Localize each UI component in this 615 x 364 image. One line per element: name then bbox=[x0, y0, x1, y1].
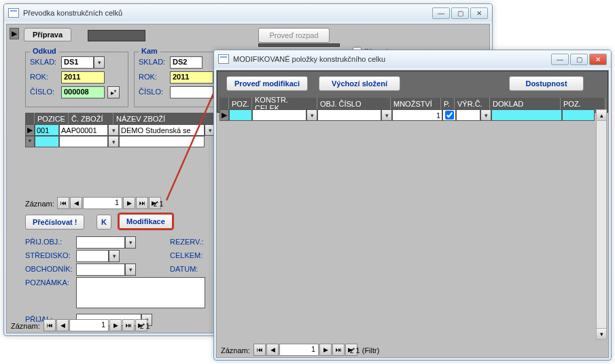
win2-minimize-button[interactable]: — bbox=[551, 54, 569, 65]
nav2-first[interactable]: ⏮ bbox=[43, 319, 56, 331]
odkud-sklad-input[interactable]: DS1 bbox=[61, 56, 94, 69]
table-header: POZICE Č. ZBOŽÍ NÁZEV ZBOŽÍ bbox=[25, 113, 215, 124]
win2-nav-first[interactable]: ⏮ bbox=[253, 344, 266, 356]
win2-cell-mnoz[interactable]: 1 bbox=[392, 109, 442, 121]
k-button[interactable]: K bbox=[96, 215, 111, 230]
nav-last[interactable]: ⏭ bbox=[136, 197, 148, 209]
nav-position[interactable]: 1 bbox=[83, 197, 122, 209]
obchodnik-label: OBCHODNÍK: bbox=[25, 265, 73, 273]
titlebar-2[interactable]: MODIFIKOVANÉ položky konstrukčního celku… bbox=[214, 50, 611, 68]
proved-rozpad-button[interactable]: Proveď rozpad bbox=[258, 28, 330, 43]
close-button[interactable]: ✕ bbox=[470, 7, 488, 19]
nav1-label: Záznam: bbox=[25, 200, 54, 208]
tab-priprava[interactable]: Příprava bbox=[24, 28, 71, 41]
cell-czbozi-dropdown[interactable] bbox=[108, 124, 119, 136]
cell-czbozi-new-dropdown[interactable] bbox=[108, 136, 119, 147]
col-p: P. bbox=[441, 98, 455, 109]
prijobj-input[interactable] bbox=[76, 236, 125, 249]
group-kam-title: Kam bbox=[139, 47, 160, 55]
vertical-scrollbar[interactable]: ▴ ▾ bbox=[596, 109, 607, 340]
odkud-lookup-button[interactable]: ▸* bbox=[107, 86, 120, 98]
sklad-label: SKLAD: bbox=[30, 58, 56, 66]
scroll-down[interactable]: ▾ bbox=[597, 328, 606, 339]
kam-sklad-input[interactable]: DS2 bbox=[170, 56, 203, 69]
cell-czbozi-new[interactable] bbox=[59, 136, 108, 147]
nav2-next[interactable]: ▶ bbox=[109, 319, 122, 331]
odkud-sklad-dropdown[interactable] bbox=[94, 56, 105, 69]
cell-poz[interactable]: 001 bbox=[35, 124, 59, 136]
kam-cislo-label: ČÍSLO: bbox=[139, 88, 163, 96]
poznamka-textarea[interactable] bbox=[76, 277, 205, 308]
win2-objc-dropdown[interactable] bbox=[381, 109, 392, 121]
win2-cell-kc[interactable] bbox=[252, 109, 306, 121]
record-selector[interactable]: ▶ bbox=[10, 28, 19, 39]
col-pozice: POZICE bbox=[35, 113, 69, 124]
col-objc: OBJ. ČÍSLO bbox=[317, 98, 391, 109]
nav2-prev[interactable]: ◀ bbox=[56, 319, 69, 331]
win2-cell-poz2[interactable] bbox=[562, 109, 595, 121]
win2-nav-position[interactable]: 1 bbox=[279, 344, 319, 356]
win2-vyrc-dropdown[interactable] bbox=[480, 109, 491, 121]
win2-nav-total: z 1 (Filtr) bbox=[350, 346, 379, 354]
col-kc: KONSTR. CELEK bbox=[252, 98, 317, 109]
group-odkud-title: Odkud bbox=[30, 47, 59, 55]
nav2-label: Záznam: bbox=[11, 322, 40, 330]
kam-cislo-input[interactable] bbox=[170, 86, 213, 98]
cell-nazev[interactable]: DEMO Studenská se bbox=[119, 124, 205, 136]
precislovat-button[interactable]: Přečíslovat ! bbox=[25, 215, 84, 230]
vychozi-slozeni-button[interactable]: Výchozí složení bbox=[319, 76, 400, 91]
nav2-total: z 1 bbox=[140, 322, 150, 330]
rok-label: ROK: bbox=[30, 73, 48, 81]
nav-prev[interactable]: ◀ bbox=[70, 197, 82, 209]
minimize-button[interactable]: — bbox=[432, 7, 450, 19]
win2-maximize-button[interactable]: ▢ bbox=[570, 54, 588, 65]
win2-kc-dropdown[interactable] bbox=[306, 109, 317, 121]
win2-table-header: POZ. KONSTR. CELEK OBJ. ČÍSLO MNOŽSTVÍ P… bbox=[219, 98, 605, 109]
row-selector-1[interactable]: ▶ bbox=[25, 124, 35, 136]
cell-czbozi[interactable]: AAP00001 bbox=[59, 124, 108, 136]
win2-cell-vyrc[interactable] bbox=[456, 109, 480, 121]
nav-first[interactable]: ⏮ bbox=[57, 197, 69, 209]
stredisko-input[interactable] bbox=[76, 250, 109, 262]
win2-cell-p[interactable] bbox=[442, 109, 456, 121]
win2-cell-doklad[interactable] bbox=[491, 109, 562, 121]
modifikace-button[interactable]: Modifikace bbox=[118, 213, 173, 230]
win2-cell-objc[interactable] bbox=[317, 109, 381, 121]
cislo-label: ČÍSLO: bbox=[30, 88, 54, 96]
dostupnost-button[interactable]: Dostupnost bbox=[509, 76, 584, 91]
col-vyrc: VÝR.Č. bbox=[455, 98, 490, 109]
stredisko-dropdown[interactable] bbox=[109, 250, 120, 262]
maximize-button[interactable]: ▢ bbox=[451, 7, 469, 19]
prijobj-dropdown[interactable] bbox=[125, 236, 136, 249]
poznamka-label: POZNÁMKA: bbox=[25, 278, 69, 287]
odkud-cislo-input[interactable]: 000008 bbox=[61, 86, 105, 98]
win2-nav-last[interactable]: ⏭ bbox=[332, 344, 345, 356]
group-odkud: Odkud SKLAD: DS1 ROK: 2011 ČÍSLO: 000008… bbox=[25, 52, 128, 107]
col-mnoz: MNOŽSTVÍ bbox=[391, 98, 441, 109]
record-navigator-2: ⏮ ◀ 1 ▶ ⏭ ▶* bbox=[43, 319, 147, 331]
odkud-rok-input[interactable]: 2011 bbox=[61, 71, 105, 84]
win2-row-selector[interactable]: ▶ bbox=[219, 109, 229, 121]
window2-title: MODIFIKOVANÉ položky konstrukčního celku bbox=[233, 55, 551, 63]
scroll-up[interactable]: ▴ bbox=[597, 110, 606, 121]
proved-modifikaci-button[interactable]: Proveď modifikaci bbox=[226, 76, 308, 91]
win2-nav-next[interactable]: ▶ bbox=[319, 344, 332, 356]
p-checkbox[interactable] bbox=[445, 111, 454, 120]
win2-close-button[interactable]: ✕ bbox=[589, 54, 607, 65]
col-doklad: DOKLAD bbox=[490, 98, 561, 109]
win2-cell-poz[interactable] bbox=[229, 109, 252, 121]
app-icon bbox=[8, 8, 19, 18]
nav2-last[interactable]: ⏭ bbox=[122, 319, 135, 331]
nav2-position[interactable]: 1 bbox=[69, 319, 109, 331]
cell-poz-new[interactable] bbox=[35, 136, 59, 147]
cell-nazev-new[interactable] bbox=[119, 136, 205, 147]
titlebar-1[interactable]: Převodka konstrukčních celků — ▢ ✕ bbox=[4, 4, 492, 22]
nav-next[interactable]: ▶ bbox=[123, 197, 135, 209]
kam-rok-input[interactable]: 2011 bbox=[170, 71, 213, 84]
kam-sklad-label: SKLAD: bbox=[139, 58, 165, 66]
win2-nav-prev[interactable]: ◀ bbox=[266, 344, 279, 356]
row-selector-new[interactable]: * bbox=[25, 136, 35, 147]
obchodnik-input[interactable] bbox=[76, 263, 125, 276]
obchodnik-dropdown[interactable] bbox=[125, 263, 136, 276]
celkem-label: CELKEM: bbox=[170, 251, 203, 259]
